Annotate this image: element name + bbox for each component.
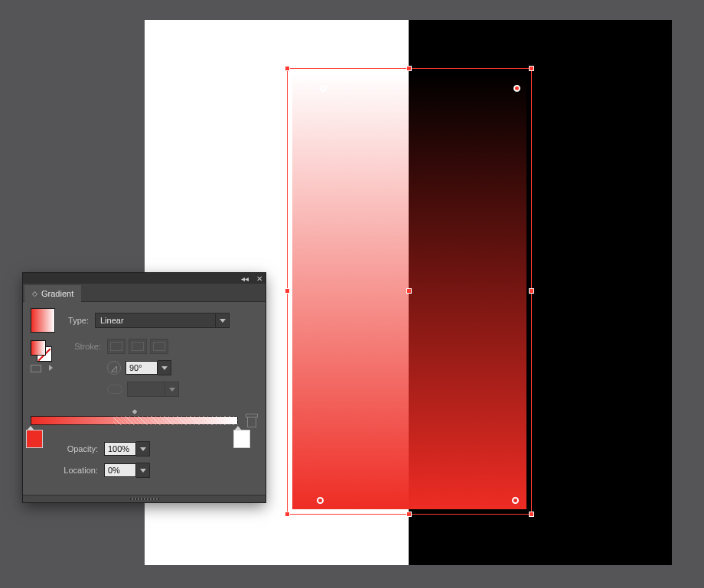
panel-tabstrip: ◇ Gradient bbox=[23, 284, 266, 302]
tab-gradient-label: Gradient bbox=[41, 289, 73, 298]
location-field[interactable] bbox=[104, 463, 150, 478]
layout-option-a[interactable] bbox=[31, 365, 41, 372]
gradient-stop-end[interactable] bbox=[233, 426, 243, 437]
panel-body: Type: Linear bbox=[23, 302, 266, 495]
aspect-dropdown-button[interactable] bbox=[165, 382, 178, 396]
chevron-down-icon bbox=[169, 388, 175, 391]
selected-gradient-shape[interactable] bbox=[292, 73, 526, 509]
opacity-row: Opacity: bbox=[31, 441, 258, 456]
opacity-input[interactable] bbox=[104, 442, 136, 456]
panel-titlebar[interactable]: ◂◂ ✕ bbox=[23, 273, 266, 284]
chevron-down-icon bbox=[140, 447, 146, 451]
stroke-row: Stroke: bbox=[61, 339, 258, 354]
gradient-slider-opacity-overlay bbox=[113, 416, 238, 425]
angle-row: ◿ bbox=[61, 360, 258, 375]
gradient-slider[interactable] bbox=[31, 414, 238, 427]
gradient-preview-swatch[interactable] bbox=[31, 308, 55, 333]
layout-option-expand[interactable] bbox=[46, 365, 57, 372]
angle-dropdown-button[interactable] bbox=[158, 360, 171, 375]
aspect-combo[interactable] bbox=[127, 382, 179, 397]
panel-layout-toggles bbox=[31, 365, 61, 372]
chevron-down-icon bbox=[140, 469, 146, 473]
chevron-down-icon bbox=[161, 366, 168, 370]
tab-sort-icon: ◇ bbox=[32, 290, 37, 297]
panel-collapse-icon[interactable]: ◂◂ bbox=[241, 275, 249, 283]
type-value: Linear bbox=[96, 316, 129, 325]
type-label: Type: bbox=[60, 316, 95, 325]
panel-resize-grip[interactable] bbox=[23, 495, 266, 502]
row-stroke-angle: Stroke: ◿ bbox=[31, 339, 258, 403]
grip-icon bbox=[130, 498, 159, 500]
stroke-align-inside[interactable] bbox=[107, 339, 125, 354]
tab-gradient[interactable]: ◇ Gradient bbox=[24, 285, 81, 302]
type-combo[interactable]: Linear bbox=[95, 313, 230, 328]
fill-stroke-column bbox=[31, 339, 61, 372]
gradient-slider-row bbox=[31, 414, 258, 427]
location-label: Location: bbox=[31, 466, 104, 475]
stroke-angle-stack: Stroke: ◿ bbox=[61, 339, 258, 403]
fill-swatch-gradient[interactable] bbox=[31, 340, 46, 356]
panel-close-icon[interactable]: ✕ bbox=[256, 275, 262, 283]
row-type: Type: Linear bbox=[31, 308, 258, 333]
stroke-align-segment bbox=[107, 339, 168, 354]
type-dropdown-button[interactable] bbox=[215, 313, 229, 327]
stroke-align-center[interactable] bbox=[129, 339, 147, 354]
angle-icon: ◿ bbox=[107, 361, 121, 375]
delete-stop-icon[interactable] bbox=[246, 414, 258, 427]
location-row: Location: bbox=[31, 463, 258, 478]
location-dropdown-button[interactable] bbox=[136, 463, 150, 478]
stroke-label: Stroke: bbox=[61, 342, 107, 351]
angle-field[interactable] bbox=[125, 360, 171, 375]
aspect-ratio-icon bbox=[107, 385, 122, 394]
aspect-row bbox=[61, 382, 258, 397]
stroke-align-outside[interactable] bbox=[150, 339, 168, 354]
location-input[interactable] bbox=[104, 463, 136, 477]
chevron-down-icon bbox=[220, 319, 226, 323]
gradient-panel[interactable]: ◂◂ ✕ ◇ Gradient Type: Linear bbox=[23, 273, 266, 502]
opacity-field[interactable] bbox=[104, 441, 150, 456]
type-field: Type: Linear bbox=[60, 313, 230, 328]
fill-stroke-proxy[interactable] bbox=[31, 340, 52, 362]
gradient-stop-start[interactable] bbox=[26, 426, 35, 437]
gradient-midpoint-diamond[interactable] bbox=[131, 408, 139, 416]
opacity-dropdown-button[interactable] bbox=[136, 441, 150, 456]
angle-input[interactable] bbox=[125, 361, 158, 375]
